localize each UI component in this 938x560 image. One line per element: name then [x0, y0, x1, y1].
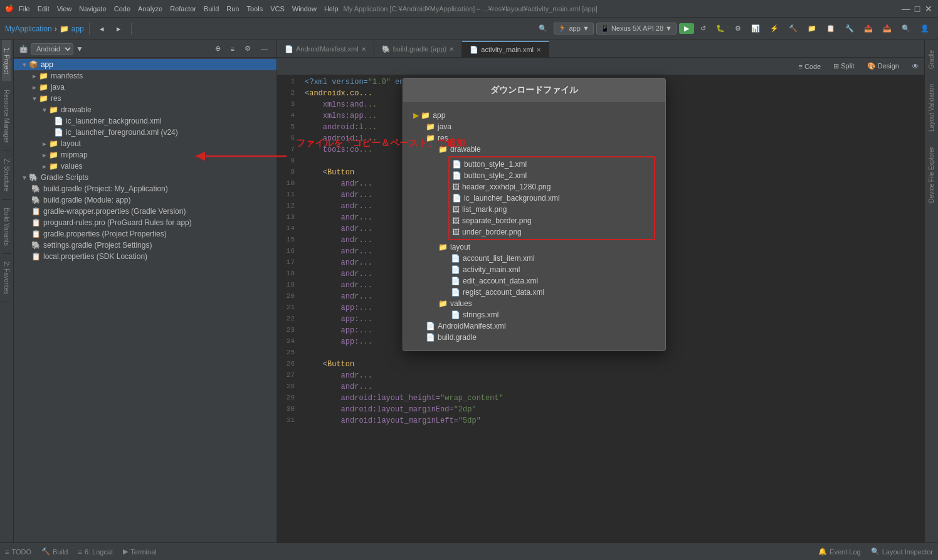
menu-navigate[interactable]: Navigate: [79, 5, 106, 13]
tab-activity-main[interactable]: 📄 activity_main.xml ✕: [462, 41, 549, 57]
navigate-back-button[interactable]: ◄: [95, 24, 109, 34]
terminal-button[interactable]: ▶ Terminal: [123, 547, 157, 556]
minimize-button[interactable]: —: [902, 4, 910, 13]
menu-help[interactable]: Help: [324, 5, 339, 13]
structure-tab[interactable]: Z: Structure: [2, 151, 11, 199]
popup-item-label: list_mark.png: [462, 205, 507, 214]
run-config-selector[interactable]: 🏃 app ▼: [554, 23, 593, 34]
build-button[interactable]: 🔨 Build: [41, 547, 68, 556]
tab-label: AndroidManifest.xml: [296, 45, 359, 53]
tree-item-ic-launcher-bg[interactable]: 📄 ic_launcher_background.xml: [14, 115, 277, 127]
tree-item-local-props[interactable]: 📋 local.properties (SDK Location): [14, 251, 277, 262]
todo-button[interactable]: ≡ TODO: [5, 548, 31, 556]
layout-inspector-button[interactable]: 🔍 Layout Inspector: [871, 547, 933, 556]
project-tab[interactable]: 1: Project: [2, 40, 11, 82]
minimize-panel-button[interactable]: —: [257, 43, 271, 54]
tree-item-manifests[interactable]: ► 📁 manifests: [14, 70, 277, 82]
run-button[interactable]: ▶: [679, 23, 694, 34]
layout-validation-tab[interactable]: Layout Validation: [927, 77, 936, 139]
search-all-button[interactable]: 🔍: [898, 23, 914, 34]
tree-item-settings-gradle[interactable]: 🐘 settings.gradle (Project Settings): [14, 240, 277, 251]
tree-item-gradle-scripts[interactable]: ▼ 🐘 Gradle Scripts: [14, 172, 277, 183]
close-icon[interactable]: ✕: [449, 46, 454, 53]
tools-button-1[interactable]: 📁: [804, 23, 820, 34]
event-log-icon: 🔔: [818, 547, 827, 556]
menu-analyze[interactable]: Analyze: [138, 5, 162, 13]
tools-button-2[interactable]: 📋: [823, 23, 839, 34]
design-view-button[interactable]: 🎨 Design: [862, 61, 904, 71]
menu-edit[interactable]: Edit: [38, 5, 50, 13]
tools-button-3[interactable]: 🔧: [841, 23, 858, 34]
tools-button-4[interactable]: 📤: [860, 23, 877, 34]
tree-item-gradle-wrapper[interactable]: 📋 gradle-wrapper.properties (Gradle Vers…: [14, 206, 277, 217]
expand-arrow: ►: [41, 152, 48, 159]
debug-button[interactable]: 🐛: [712, 23, 729, 34]
search-button[interactable]: 🔍: [535, 23, 551, 34]
menu-window[interactable]: Window: [292, 5, 317, 13]
sync-button[interactable]: ⊕: [211, 43, 224, 54]
tree-item-ic-launcher-fg[interactable]: 📄 ic_launcher_foreground.xml (v24): [14, 127, 277, 138]
navigate-forward-button[interactable]: ►: [112, 24, 126, 34]
tree-item-drawable[interactable]: ▼ 📁 drawable: [14, 104, 277, 115]
tree-item-label: gradle-wrapper.properties (Gradle Versio…: [43, 207, 186, 216]
resource-manager-tab[interactable]: Resource Manager: [2, 82, 11, 151]
gradle-tab[interactable]: Gradle: [927, 43, 936, 77]
tab-build-gradle[interactable]: 🐘 build.gradle (app) ✕: [374, 41, 463, 57]
tree-item-build-gradle-proj[interactable]: 🐘 build.gradle (Project: My_Application): [14, 183, 277, 194]
attach-button[interactable]: ⚙: [731, 23, 745, 34]
tree-item-res[interactable]: ▼ 📁 res: [14, 93, 277, 104]
user-button[interactable]: 👤: [917, 23, 933, 34]
folder-icon: 📁: [49, 162, 58, 171]
close-icon[interactable]: ✕: [536, 46, 541, 53]
eye-icon[interactable]: 👁: [912, 62, 919, 71]
settings-button[interactable]: ⚙: [241, 43, 255, 54]
logcat-button[interactable]: ≡ 6: Logcat: [78, 548, 113, 556]
tree-item-java[interactable]: ► 📁 java: [14, 82, 277, 93]
tree-item-gradle-props[interactable]: 📋 gradle.properties (Project Properties): [14, 228, 277, 240]
collapse-button[interactable]: ≡: [227, 43, 238, 54]
tree-item-label: manifests: [51, 71, 83, 80]
build-button[interactable]: 🔨: [785, 23, 801, 34]
menu-build[interactable]: Build: [204, 5, 219, 13]
favorites-tab[interactable]: 2: Favorites: [2, 254, 11, 302]
tree-item-layout[interactable]: ► 📁 layout: [14, 138, 277, 149]
code-view-button[interactable]: ≡ Code: [793, 61, 826, 71]
build-variants-tab[interactable]: Build Variants: [2, 200, 11, 254]
device-file-explorer-tab[interactable]: Device File Explorer: [927, 139, 936, 210]
tree-item-values[interactable]: ► 📁 values: [14, 161, 277, 172]
popup-item-label: AndroidManifest.xml: [438, 322, 506, 330]
logcat-label: 6: Logcat: [85, 548, 113, 556]
tree-item-build-gradle-mod[interactable]: 🐘 build.gradle (Module: app): [14, 194, 277, 206]
menu-vcs[interactable]: VCS: [270, 5, 285, 13]
close-button[interactable]: ✕: [924, 4, 933, 13]
tree-item-mipmap[interactable]: ► 📁 mipmap: [14, 149, 277, 161]
project-view-selector[interactable]: Android Project: [31, 43, 73, 55]
split-view-button[interactable]: ⊞ Split: [828, 61, 859, 71]
refresh-button[interactable]: ↺: [697, 23, 710, 34]
menu-file[interactable]: File: [19, 5, 30, 13]
download-popup[interactable]: ダウンロードファイル ▶ 📁 app 📁 java 📁 res: [403, 78, 666, 351]
profile-button[interactable]: ⚡: [766, 23, 783, 34]
tree-item-app[interactable]: ▼ 📦 app: [14, 59, 277, 70]
folder-icon: 📁: [49, 139, 58, 148]
project-name[interactable]: MyApplication: [5, 24, 52, 33]
menu-tools[interactable]: Tools: [246, 5, 263, 13]
menu-run[interactable]: Run: [226, 5, 239, 13]
module-name[interactable]: app: [71, 24, 84, 33]
maximize-button[interactable]: □: [913, 4, 922, 13]
tab-android-manifest[interactable]: 📄 AndroidManifest.xml ✕: [277, 41, 374, 57]
popup-item-build-gradle: 📄 build.gradle: [413, 332, 655, 343]
prop-file-icon: 📋: [31, 252, 41, 261]
menu-bar[interactable]: File Edit View Navigate Code Analyze Ref…: [19, 5, 339, 13]
popup-item-label: drawable: [450, 145, 481, 154]
menu-refactor[interactable]: Refactor: [170, 5, 196, 13]
tools-button-5[interactable]: 📥: [879, 23, 895, 34]
tree-item-label: drawable: [61, 105, 92, 114]
coverage-button[interactable]: 📊: [747, 23, 764, 34]
event-log-button[interactable]: 🔔 Event Log: [818, 547, 861, 556]
close-icon[interactable]: ✕: [361, 46, 366, 53]
menu-code[interactable]: Code: [114, 5, 130, 13]
tree-item-proguard[interactable]: 📋 proguard-rules.pro (ProGuard Rules for…: [14, 217, 277, 228]
menu-view[interactable]: View: [57, 5, 72, 13]
device-selector[interactable]: 📱 Nexus 5X API 28 ▼: [596, 23, 677, 34]
